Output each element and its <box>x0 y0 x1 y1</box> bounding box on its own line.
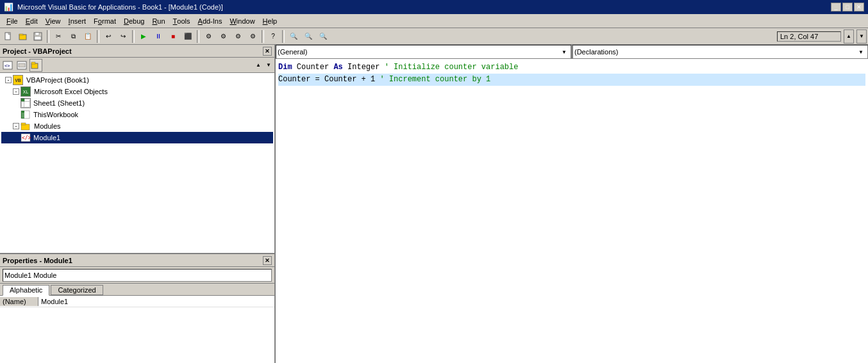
proj-btn-toggle-folders[interactable] <box>29 59 42 72</box>
proc-dropdown-arrow[interactable]: ▼ <box>856 49 866 55</box>
icon-excel-objects: XL <box>21 86 31 97</box>
props-tab-alphabetic[interactable]: Alphabetic <box>3 285 49 296</box>
toolbar-btn-open[interactable] <box>16 29 30 44</box>
toolbar-btn-run[interactable]: ▶ <box>137 29 151 44</box>
project-toolbar: <> ▲ ▼ <box>0 58 274 73</box>
toolbar-scroll-up[interactable]: ▲ <box>844 29 854 44</box>
menu-window[interactable]: Window <box>226 14 258 28</box>
toolbar-scroll-down[interactable]: ▼ <box>856 29 867 44</box>
title-bar-buttons: _ □ ✕ <box>831 3 864 12</box>
menu-help[interactable]: Help <box>259 14 281 28</box>
toolbar-btn-search3[interactable]: 🔍 <box>316 29 330 44</box>
maximize-button[interactable]: □ <box>842 3 853 12</box>
code-header: (General) ▼ (Declarations) ▼ <box>276 45 868 59</box>
toolbar-btn-projectexp[interactable]: ⚙ <box>201 29 215 44</box>
label-thisworkbook: ThisWorkbook <box>33 111 78 118</box>
toolbar-btn-help[interactable]: ? <box>266 29 280 44</box>
object-dropdown-arrow[interactable]: ▼ <box>559 49 569 55</box>
project-panel-close[interactable]: ✕ <box>263 47 272 56</box>
tree-item-excel-objects[interactable]: - XL Microsoft Excel Objects <box>1 86 273 97</box>
menu-file[interactable]: File <box>3 14 22 28</box>
code-editor[interactable]: Dim Counter As Integer ' Initialize coun… <box>276 59 868 363</box>
menu-run[interactable]: Run <box>148 14 169 28</box>
proj-btn-view-object[interactable] <box>15 59 28 72</box>
tree-item-module1[interactable]: </> Module1 <box>1 132 273 143</box>
code-nm-increment: Counter = Counter + 1 <box>278 74 380 86</box>
props-object-select[interactable]: Module1 Module <box>3 269 272 282</box>
toolbar-sep-6 <box>282 30 285 43</box>
props-tab-categorized[interactable]: Categorized <box>51 285 103 295</box>
label-modules: Modules <box>34 122 61 130</box>
object-dropdown-label: (General) <box>278 48 307 56</box>
project-tree: - VB VBAProject (Book1) - XL Microsoft E… <box>0 73 274 253</box>
menu-edit[interactable]: Edit <box>22 14 42 28</box>
proc-dropdown[interactable]: (Declarations) ▼ <box>572 45 868 59</box>
code-kw-dim: Dim <box>278 61 297 74</box>
label-module1: Module1 <box>33 134 60 141</box>
proj-scroll-up[interactable]: ▲ <box>254 59 263 72</box>
expand-modules[interactable]: - <box>13 123 19 129</box>
menu-insert[interactable]: Insert <box>65 14 90 28</box>
code-cm-1: ' Initialize counter variable <box>385 61 519 74</box>
menu-addins[interactable]: Add-Ins <box>194 14 226 28</box>
props-row-name: (Name) Module1 <box>0 296 274 307</box>
toolbar-btn-cut[interactable]: ✂ <box>51 29 65 44</box>
toolbar-btn-new[interactable] <box>1 29 15 44</box>
label-vbaproject: VBAProject (Book1) <box>26 76 89 84</box>
props-content: (Name) Module1 <box>0 296 274 363</box>
object-dropdown[interactable]: (General) ▼ <box>276 45 572 59</box>
toolbar-btn-redo[interactable]: ↪ <box>116 29 130 44</box>
toolbar-btn-objectbrowser[interactable]: ⚙ <box>231 29 245 44</box>
props-toolbar: Module1 Module <box>0 267 274 284</box>
proj-scroll-down[interactable]: ▼ <box>264 59 273 72</box>
toolbar-btn-toolbox[interactable]: ⚙ <box>246 29 260 44</box>
toolbar-btn-search1[interactable]: 🔍 <box>287 29 301 44</box>
expand-excel-objects[interactable]: - <box>13 88 19 95</box>
menu-tools[interactable]: Tools <box>169 14 194 28</box>
toolbar-btn-copy[interactable]: ⧉ <box>66 29 80 44</box>
minimize-button[interactable]: _ <box>831 3 841 12</box>
svg-rect-22 <box>21 123 26 125</box>
proc-dropdown-label: (Declarations) <box>574 48 618 56</box>
menu-view[interactable]: View <box>42 14 65 28</box>
expand-vbaproject[interactable]: - <box>5 77 12 83</box>
menu-bar: File Edit View Insert Format Debug Run T… <box>0 14 868 28</box>
props-value-cell[interactable]: Module1 <box>38 297 274 306</box>
toolbar-btn-paste[interactable]: 📋 <box>81 29 95 44</box>
title-bar: 📊 Microsoft Visual Basic for Application… <box>0 0 868 14</box>
project-panel-header: Project - VBAProject ✕ <box>0 45 274 58</box>
project-panel: Project - VBAProject ✕ <> ▲ ▼ <box>0 45 274 254</box>
properties-panel: Properties - Module1 ✕ Module1 Module Al… <box>0 254 274 363</box>
toolbar-sep-4 <box>197 30 199 43</box>
tree-item-sheet1[interactable]: Sheet1 (Sheet1) <box>1 97 273 109</box>
code-line-1: Dim Counter As Integer ' Initialize coun… <box>278 61 865 74</box>
close-button[interactable]: ✕ <box>854 3 864 12</box>
code-panel: (General) ▼ (Declarations) ▼ Dim Counter… <box>276 45 868 363</box>
menu-format[interactable]: Format <box>90 14 120 28</box>
label-sheet1: Sheet1 (Sheet1) <box>33 99 85 107</box>
svg-rect-5 <box>35 33 39 35</box>
toolbar-btn-undo[interactable]: ↩ <box>101 29 115 44</box>
toolbar-btn-save[interactable] <box>31 29 45 44</box>
toolbar-btn-design[interactable]: ⬛ <box>181 29 195 44</box>
code-kw-as: As <box>333 61 347 74</box>
proj-btn-view-code[interactable]: <> <box>1 59 14 72</box>
properties-panel-close[interactable]: ✕ <box>263 256 272 265</box>
main-content: Project - VBAProject ✕ <> ▲ ▼ <box>0 45 868 363</box>
toolbar: ✂ ⧉ 📋 ↩ ↪ ▶ ⏸ ■ ⬛ ⚙ ⚙ ⚙ ⚙ ? 🔍 🔍 🔍 Ln 2, … <box>0 28 868 45</box>
svg-rect-6 <box>35 36 41 40</box>
props-tabs: Alphabetic Categorized <box>0 284 274 296</box>
toolbar-btn-properties[interactable]: ⚙ <box>216 29 230 44</box>
label-excel-objects: Microsoft Excel Objects <box>34 88 108 95</box>
tree-item-vbaproject[interactable]: - VB VBAProject (Book1) <box>1 74 273 86</box>
toolbar-btn-search2[interactable]: 🔍 <box>301 29 315 44</box>
tree-item-thisworkbook[interactable]: ThisWorkbook <box>1 109 273 120</box>
toolbar-btn-break[interactable]: ⏸ <box>151 29 165 44</box>
menu-debug[interactable]: Debug <box>120 14 148 28</box>
svg-rect-10 <box>19 63 25 67</box>
toolbar-btn-stop[interactable]: ■ <box>166 29 180 44</box>
toolbar-sep-5 <box>262 30 264 43</box>
code-nm-integer: Integer <box>347 61 385 74</box>
toolbar-sep-2 <box>97 30 99 43</box>
tree-item-modules[interactable]: - Modules <box>1 120 273 132</box>
